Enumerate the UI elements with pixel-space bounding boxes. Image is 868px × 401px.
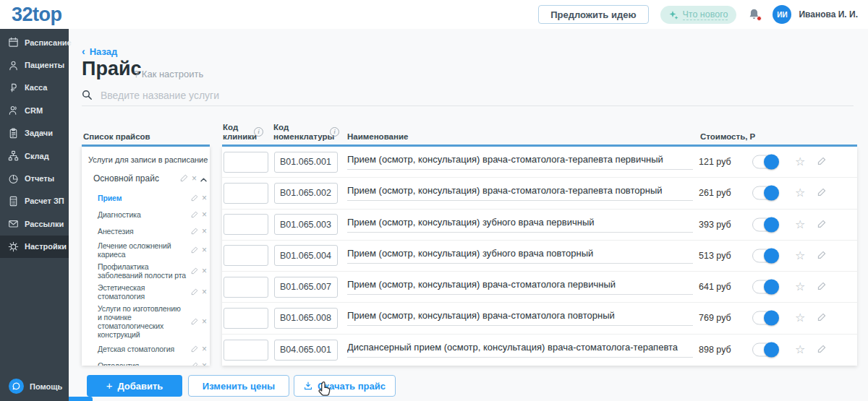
price-group-title[interactable]: Услуги для записи в расписание	[88, 155, 210, 164]
delete-icon[interactable]: ×	[202, 345, 207, 353]
delete-icon[interactable]: ×	[202, 318, 207, 325]
service-name[interactable]: Прием (осмотр, консультация) врача-стома…	[347, 279, 693, 295]
nomenclature-code-input[interactable]	[274, 183, 338, 204]
suggest-idea-button[interactable]: Предложить идею	[538, 5, 648, 24]
service-name[interactable]: Прием (осмотр, консультация) врача-стома…	[347, 154, 693, 170]
edit-icon[interactable]	[817, 311, 826, 324]
edit-icon[interactable]	[817, 280, 826, 293]
edit-icon[interactable]	[191, 285, 198, 298]
sidebar-item-crm[interactable]: CRM	[0, 99, 69, 121]
active-toggle[interactable]	[752, 155, 778, 169]
edit-icon[interactable]	[191, 342, 198, 355]
sidebar-item-settings[interactable]: Настройки	[0, 236, 69, 258]
star-icon[interactable]: ☆	[795, 218, 805, 230]
clinic-code-input[interactable]	[224, 214, 268, 235]
category-item[interactable]: Ортодонтия ×	[98, 359, 207, 366]
edit-icon[interactable]	[817, 343, 826, 356]
nomenclature-code-input[interactable]	[274, 214, 338, 235]
delete-icon[interactable]: ×	[202, 228, 207, 235]
edit-icon[interactable]	[191, 264, 198, 277]
clinic-code-input[interactable]	[224, 152, 268, 173]
active-toggle[interactable]	[752, 311, 778, 325]
active-toggle[interactable]	[752, 249, 778, 262]
sidebar-item-reports[interactable]: Отчеты	[0, 167, 69, 189]
clinic-code-info-icon[interactable]: i	[254, 127, 263, 137]
clinic-code-input[interactable]	[224, 340, 268, 361]
clinic-code-input[interactable]	[224, 308, 268, 329]
search-input[interactable]	[99, 89, 854, 102]
sidebar-item-payroll[interactable]: Расчет ЗП	[0, 190, 69, 212]
nomenclature-code-input[interactable]	[274, 245, 338, 266]
nomenclature-code-info-icon[interactable]: i	[330, 127, 339, 137]
service-name[interactable]: Прием (осмотр, консультация) врача-стома…	[347, 310, 693, 326]
nomenclature-code-input[interactable]	[274, 340, 338, 361]
delete-icon[interactable]: ×	[202, 288, 207, 296]
delete-icon[interactable]: ×	[192, 175, 197, 182]
back-link[interactable]: ‹Назад	[82, 46, 117, 57]
edit-icon[interactable]	[817, 218, 826, 231]
category-item[interactable]: Прием ×	[98, 191, 207, 204]
nomenclature-code-input[interactable]	[274, 152, 338, 173]
active-toggle[interactable]	[752, 280, 778, 294]
main-price-label[interactable]: Основной прайс	[93, 173, 180, 184]
nomenclature-code-input[interactable]	[274, 308, 338, 329]
edit-icon[interactable]	[191, 225, 198, 238]
app-window: 32top Предложить идею Что нового ИИ Иван…	[0, 0, 868, 401]
sidebar-item-tasks[interactable]: Задачи	[0, 122, 69, 145]
sidebar-item-schedule[interactable]: Расписание	[0, 31, 69, 53]
edit-icon[interactable]	[191, 359, 198, 366]
edit-icon[interactable]	[191, 191, 198, 204]
edit-icon[interactable]	[817, 155, 826, 168]
edit-icon[interactable]	[817, 186, 826, 199]
category-item[interactable]: Детская стоматология ×	[98, 342, 207, 355]
delete-icon[interactable]: ×	[202, 194, 207, 202]
edit-icon[interactable]	[191, 243, 198, 256]
sidebar-item-cashdesk[interactable]: Касса	[0, 77, 69, 99]
edit-icon[interactable]	[817, 249, 826, 262]
star-icon[interactable]: ☆	[795, 187, 805, 199]
avatar[interactable]: ИИ	[773, 5, 791, 24]
nomenclature-code-input[interactable]	[274, 277, 338, 298]
delete-icon[interactable]: ×	[202, 362, 207, 366]
category-item[interactable]: Лечение осложнений кариеса ×	[98, 241, 207, 259]
collapse-icon[interactable]	[200, 172, 207, 185]
clinic-code-input[interactable]	[224, 245, 268, 266]
whats-new-button[interactable]: Что нового	[660, 6, 737, 24]
service-name[interactable]: Прием (осмотр, консультация) врача-стома…	[347, 185, 693, 201]
user-name[interactable]: Иванова И. И.	[799, 9, 858, 20]
add-button[interactable]: + Добавить	[87, 375, 182, 397]
star-icon[interactable]: ☆	[795, 281, 805, 293]
star-icon[interactable]: ☆	[795, 156, 805, 168]
active-toggle[interactable]	[752, 186, 778, 200]
edit-icon[interactable]	[180, 172, 188, 185]
help-button[interactable]: Помощь	[9, 379, 62, 394]
sidebar-item-patients[interactable]: Пациенты	[0, 53, 69, 76]
delete-icon[interactable]: ×	[202, 267, 207, 275]
clinic-code-input[interactable]	[224, 277, 268, 298]
star-icon[interactable]: ☆	[795, 344, 805, 355]
star-icon[interactable]: ☆	[795, 249, 805, 261]
active-toggle[interactable]	[752, 217, 778, 231]
service-name[interactable]: Прием (осмотр, консультация) зубного вра…	[347, 217, 693, 233]
edit-icon[interactable]	[191, 315, 198, 328]
how-to-configure-link[interactable]: ? Как настроить	[134, 69, 203, 79]
sidebar-item-mailings[interactable]: Рассылки	[0, 212, 69, 235]
edit-icon[interactable]	[191, 208, 198, 221]
download-price-button[interactable]: Скачать прайс	[294, 375, 396, 397]
clinic-code-input[interactable]	[224, 183, 268, 204]
category-item[interactable]: Услуги по изготовлению и починке стомато…	[98, 304, 207, 339]
notifications-bell-icon[interactable]	[748, 7, 761, 22]
delete-icon[interactable]: ×	[202, 211, 207, 218]
category-item[interactable]: Анестезия ×	[98, 225, 207, 238]
category-item[interactable]: Эстетическая стоматология ×	[98, 283, 207, 301]
category-item[interactable]: Профилактика заболеваний полости рта ×	[98, 262, 207, 280]
star-icon[interactable]: ☆	[795, 312, 805, 324]
service-name[interactable]: Диспансерный прием (осмотр, консультация…	[347, 342, 693, 358]
delete-icon[interactable]: ×	[202, 246, 207, 254]
bottom-widget-sliver	[69, 397, 93, 401]
active-toggle[interactable]	[752, 343, 778, 357]
sidebar-item-warehouse[interactable]: Склад	[0, 145, 69, 167]
category-item[interactable]: Диагностика ×	[98, 208, 207, 221]
service-name[interactable]: Прием (осмотр, консультация) зубного вра…	[347, 248, 693, 264]
change-prices-button[interactable]: Изменить цены	[188, 375, 289, 397]
